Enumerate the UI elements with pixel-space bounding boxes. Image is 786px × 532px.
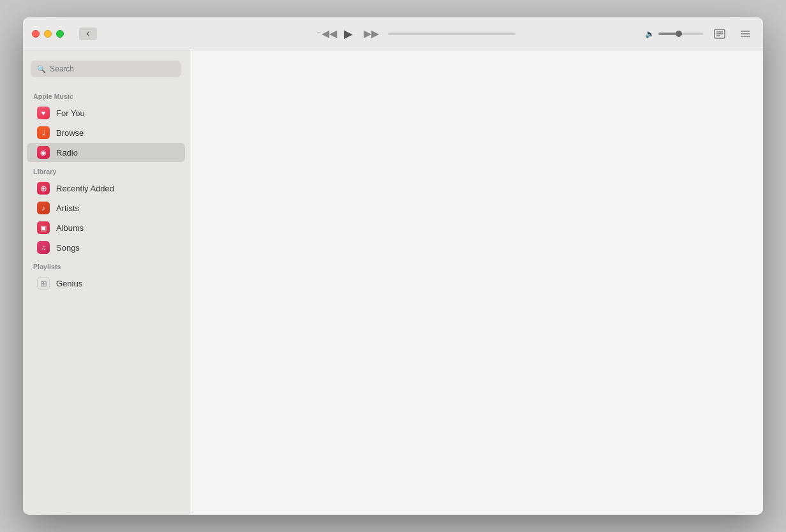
search-bar[interactable]: 🔍 xyxy=(31,61,181,77)
sidebar-item-label-radio: Radio xyxy=(56,148,78,158)
volume-fill xyxy=(658,33,676,35)
sidebar-item-radio[interactable]: ◉ Radio xyxy=(27,143,185,162)
sidebar-item-albums[interactable]: ▣ Albums xyxy=(27,218,185,237)
sidebar-item-label-recently-added: Recently Added xyxy=(56,184,114,193)
player-controls: ◀◀ ▶ ▶▶ xyxy=(314,22,383,45)
forward-button[interactable]: ▶▶ xyxy=(360,22,383,45)
sidebar-item-label-genius: Genius xyxy=(56,279,82,288)
search-icon: 🔍 xyxy=(37,65,46,73)
minimize-button[interactable] xyxy=(44,30,52,38)
titlebar-center: ◀◀ ▶ ▶▶ xyxy=(189,22,645,45)
traffic-lights xyxy=(32,30,64,38)
songs-icon: ♫ xyxy=(37,241,50,254)
volume-control: 🔈 xyxy=(645,29,703,38)
section-header-playlists: Playlists xyxy=(23,258,189,273)
main-content: 🔍 Apple Music ♥ For You ♩ Browse ◉ Radio… xyxy=(23,50,763,515)
artists-icon: ♪ xyxy=(37,202,50,214)
browse-icon: ♩ xyxy=(37,126,50,139)
genius-icon: ⊞ xyxy=(37,277,50,290)
for-you-icon: ♥ xyxy=(37,107,50,119)
close-button[interactable] xyxy=(32,30,40,38)
titlebar-right: 🔈 xyxy=(645,25,763,43)
volume-slider[interactable] xyxy=(658,33,703,35)
sidebar-item-label-browse: Browse xyxy=(56,128,84,138)
sidebar-item-browse[interactable]: ♩ Browse xyxy=(27,123,185,142)
sidebar-item-label-artists: Artists xyxy=(56,203,79,213)
sidebar-item-label-albums: Albums xyxy=(56,223,84,233)
recently-added-icon: ⊕ xyxy=(37,182,50,195)
play-button[interactable]: ▶ xyxy=(337,22,360,45)
sidebar: 🔍 Apple Music ♥ For You ♩ Browse ◉ Radio… xyxy=(23,50,189,515)
sidebar-item-label-songs: Songs xyxy=(56,243,80,253)
main-area xyxy=(189,50,763,515)
albums-icon: ▣ xyxy=(37,221,50,234)
titlebar-left xyxy=(23,27,189,40)
app-window: ◀◀ ▶ ▶▶ 🔈 xyxy=(23,17,763,515)
search-input[interactable] xyxy=(50,64,175,73)
section-header-apple-music: Apple Music xyxy=(23,87,189,103)
queue-button[interactable] xyxy=(736,25,754,43)
section-header-library: Library xyxy=(23,163,189,178)
volume-icon: 🔈 xyxy=(645,29,655,38)
sidebar-item-songs[interactable]: ♫ Songs xyxy=(27,238,185,257)
sidebar-item-label-for-you: For You xyxy=(56,108,85,118)
sidebar-item-recently-added[interactable]: ⊕ Recently Added xyxy=(27,179,185,198)
progress-bar[interactable] xyxy=(388,33,515,35)
sidebar-item-genius[interactable]: ⊞ Genius xyxy=(27,274,185,293)
lyrics-button[interactable] xyxy=(711,25,729,43)
rewind-button[interactable]: ◀◀ xyxy=(314,22,337,45)
sidebar-item-artists[interactable]: ♪ Artists xyxy=(27,198,185,218)
titlebar: ◀◀ ▶ ▶▶ 🔈 xyxy=(23,17,763,50)
volume-knob xyxy=(676,31,682,37)
back-button[interactable] xyxy=(79,27,97,40)
maximize-button[interactable] xyxy=(56,30,64,38)
sidebar-item-for-you[interactable]: ♥ For You xyxy=(27,103,185,122)
radio-icon: ◉ xyxy=(37,146,50,159)
